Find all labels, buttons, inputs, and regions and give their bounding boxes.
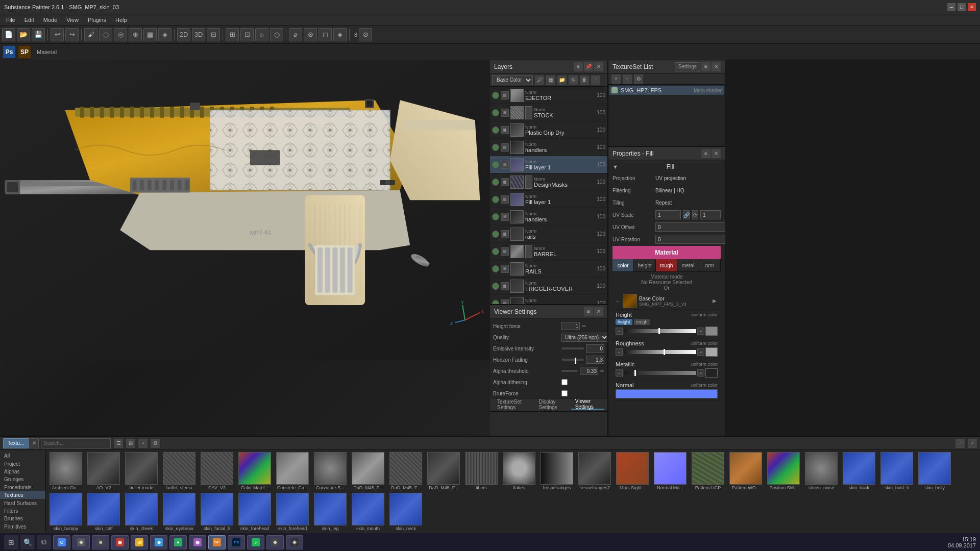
shelf-item[interactable]: skin_bumpy [48, 493, 84, 532]
new-button[interactable]: 📄 [2, 28, 15, 41]
ts-add-button[interactable]: + [611, 74, 621, 84]
alpha-edit-icon[interactable]: ✏ [600, 368, 604, 374]
grid-button[interactable]: ⊞ [226, 28, 239, 41]
metallic-slider[interactable] [624, 371, 696, 375]
delete-layer-button[interactable]: 🗑 [580, 76, 589, 85]
height-plus-btn[interactable]: + [697, 328, 704, 335]
layer-item[interactable]: ▦ Norm Plastic Grip Dry 100 [490, 121, 607, 139]
clone-button[interactable]: ⊕ [129, 28, 142, 41]
extra4-button[interactable]: ◈ [333, 28, 347, 41]
light-button[interactable]: ☼ [255, 28, 268, 41]
horizon-value[interactable] [586, 356, 604, 364]
smudge-button[interactable]: ◌ [99, 28, 112, 41]
taskbar-search[interactable]: 🔍 [20, 535, 35, 549]
height-badge[interactable]: height [616, 319, 632, 325]
taskbar-app1[interactable]: ◆ [72, 535, 90, 549]
uv-rotation-input[interactable] [655, 235, 725, 244]
minimize-button[interactable]: ─ [947, 3, 955, 11]
shelf-zoom-in[interactable]: + [968, 439, 977, 448]
alpha-thresh-slider[interactable] [561, 370, 578, 372]
taskbar-chrome[interactable]: C [53, 535, 70, 549]
layer-item[interactable]: ▤ Norm EJECTOR 100 [490, 87, 607, 104]
bruteforce-checkbox[interactable] [561, 390, 568, 396]
shelf-item[interactable]: Color Map f... [237, 452, 273, 491]
shelf-item[interactable]: CAV_V2 [199, 452, 235, 491]
taskbar-app6[interactable]: ◉ [189, 535, 206, 549]
extra2-button[interactable]: ⊗ [304, 28, 317, 41]
blur-button[interactable]: ◎ [114, 28, 127, 41]
layer-visibility-toggle[interactable] [492, 248, 499, 255]
maximize-button[interactable]: □ [958, 3, 966, 11]
taskbar-sp[interactable]: SP [208, 535, 226, 549]
uv-scale-reset[interactable]: ⟳ [692, 210, 698, 219]
shelf-item[interactable]: AO_V2 [86, 452, 121, 491]
mask-button[interactable]: ◈ [158, 28, 172, 41]
uv-scale-input2[interactable] [700, 210, 721, 219]
cat-project[interactable]: Project [0, 460, 45, 467]
cat-alphas[interactable]: Alphas [0, 468, 45, 475]
cat-hard-surfaces[interactable]: Hard Surfaces [0, 499, 45, 507]
emissive-value[interactable] [586, 344, 604, 353]
add-folder-button[interactable]: 📁 [557, 76, 567, 85]
alpha-dither-checkbox[interactable] [561, 379, 568, 385]
taskbar-app3[interactable]: ◉ [111, 535, 129, 549]
start-button[interactable]: ⊞ [4, 535, 18, 549]
duplicate-layer-button[interactable]: ⎘ [569, 76, 578, 85]
textureset-menu[interactable]: ≡ [701, 62, 710, 71]
menu-view[interactable]: View [62, 16, 83, 24]
shelf-list-view[interactable]: ☰ [114, 439, 123, 448]
shelf-item[interactable]: skin_forehead [275, 493, 310, 532]
taskbar-app4[interactable]: ◆ [150, 535, 167, 549]
layer-visibility-toggle[interactable] [492, 300, 499, 305]
view-2d-button[interactable]: 2D [177, 28, 190, 41]
close-button[interactable]: ✕ [968, 3, 976, 11]
shelf-grid-view[interactable]: ⊞ [126, 439, 135, 448]
cat-all[interactable]: All [0, 452, 45, 460]
task-view[interactable]: ⧉ [37, 535, 51, 549]
shelf-item[interactable]: Mars Sight... [615, 452, 650, 491]
roughness-slider[interactable] [624, 350, 696, 354]
menu-help[interactable]: Help [111, 16, 131, 24]
tab-rough[interactable]: rough [656, 259, 677, 271]
layer-visibility-toggle[interactable] [492, 109, 499, 116]
tab-nrm[interactable]: nrm [699, 259, 721, 271]
fill-menu[interactable]: ≡ [701, 149, 710, 158]
roughness-minus-btn[interactable]: − [616, 348, 623, 356]
shelf-item[interactable]: skin_cheek [124, 493, 159, 532]
height-slider[interactable] [624, 329, 696, 333]
tab-color[interactable]: color [612, 259, 634, 271]
shelf-filter-button[interactable]: ⚙ [151, 439, 160, 448]
layer-visibility-toggle[interactable] [492, 161, 499, 168]
uv-scale-input[interactable] [655, 210, 681, 219]
shelf-item[interactable]: Concrete_Ca... [275, 452, 310, 491]
shelf-item[interactable]: Curvature S... [312, 452, 348, 491]
layers-menu-button[interactable]: ≡ [574, 62, 583, 71]
menu-mode[interactable]: Mode [39, 16, 62, 24]
display-settings-tab[interactable]: Display Settings [535, 399, 569, 410]
fill-chevron[interactable]: ▼ [612, 164, 618, 170]
height-force-edit[interactable]: ✏ [582, 323, 586, 329]
layer-visibility-toggle[interactable] [492, 265, 499, 272]
shelf-tab-close[interactable]: ✕ [30, 438, 39, 448]
shelf-item[interactable]: Position SM... [766, 452, 801, 491]
shelf-item[interactable]: sheen_noise [803, 452, 839, 491]
fill-close[interactable]: ✕ [712, 149, 721, 158]
layer-visibility-toggle[interactable] [492, 231, 499, 238]
layer-item[interactable]: ▤ Norm BARREL 100 [490, 243, 607, 260]
alpha-thresh-value[interactable] [580, 367, 598, 375]
shelf-item[interactable]: skin_back [841, 452, 877, 491]
layer-item[interactable]: ▦ Norm rails 100 [490, 226, 607, 243]
open-button[interactable]: 📂 [17, 28, 30, 41]
taskbar-app7[interactable]: ◆ [266, 535, 284, 549]
height-force-input[interactable] [561, 322, 580, 330]
undo-button[interactable]: ↩ [51, 28, 64, 41]
layer-options-button[interactable]: ⋮ [591, 76, 600, 85]
viewer-settings-tab[interactable]: Viewer Settings [571, 399, 604, 410]
add-fill-button[interactable]: ▦ [546, 76, 555, 85]
height-color-swatch[interactable] [705, 327, 718, 336]
ts-remove-button[interactable]: − [623, 74, 632, 84]
taskbar-app5[interactable]: ● [169, 535, 187, 549]
brush-size-button[interactable]: ⊘ [359, 28, 372, 41]
extra1-button[interactable]: ⌀ [289, 28, 302, 41]
add-paint-button[interactable]: 🖊 [535, 76, 544, 85]
